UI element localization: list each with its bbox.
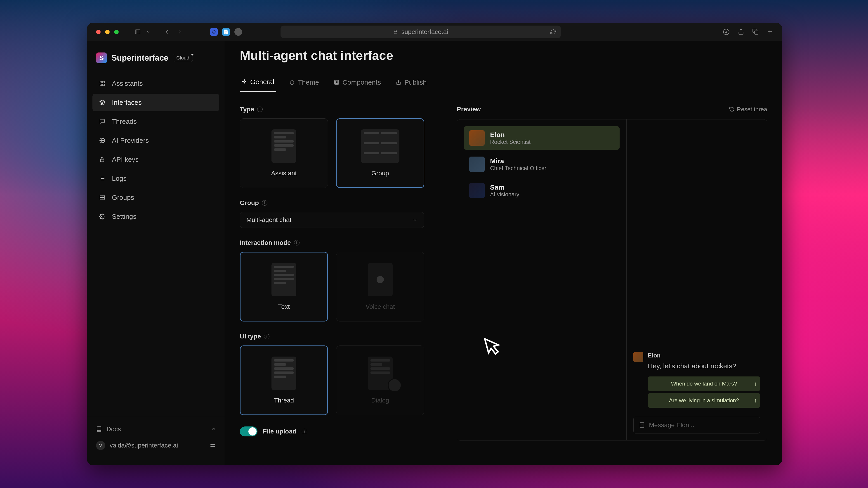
tab-theme[interactable]: Theme bbox=[287, 74, 321, 92]
preview-column: Preview Reset threa bbox=[457, 106, 767, 446]
sidebar-item-label: AI Providers bbox=[112, 137, 149, 144]
arrow-up-icon: ↑ bbox=[754, 380, 757, 387]
file-upload-row: File upload i bbox=[240, 427, 425, 436]
user-menu[interactable]: V vaida@superinterface.ai bbox=[96, 437, 216, 454]
upload-icon bbox=[396, 80, 401, 85]
gear-icon bbox=[99, 213, 105, 220]
agent-item-mira[interactable]: Mira Chief Technical Officer bbox=[464, 152, 620, 176]
sidebar-item-label: Threads bbox=[112, 118, 137, 125]
reset-thread-button[interactable]: Reset threa bbox=[729, 106, 767, 113]
chat-input[interactable]: Message Elon... bbox=[633, 417, 760, 433]
share-icon[interactable] bbox=[738, 29, 744, 35]
chat-message: Elon Hey, let's chat about rockets? bbox=[633, 352, 760, 371]
docs-link[interactable]: Docs bbox=[96, 422, 216, 437]
suggestion-chip[interactable]: When do we land on Mars? ↑ bbox=[648, 376, 760, 391]
interaction-option-text[interactable]: Text bbox=[240, 252, 328, 321]
sidebar-item-label: Groups bbox=[112, 194, 134, 201]
tab-label: Publish bbox=[404, 79, 427, 86]
browser-actions-right bbox=[723, 29, 773, 35]
attach-icon[interactable] bbox=[639, 422, 645, 428]
info-icon[interactable]: i bbox=[257, 107, 263, 112]
agent-name: Sam bbox=[490, 183, 519, 191]
plus-icon[interactable] bbox=[767, 29, 773, 35]
list-icon bbox=[99, 175, 105, 182]
tab-components[interactable]: Components bbox=[332, 74, 383, 92]
type-option-group[interactable]: Group bbox=[336, 118, 424, 188]
chevron-down-icon bbox=[412, 218, 417, 222]
file-upload-toggle[interactable] bbox=[240, 427, 257, 436]
card-label: Assistant bbox=[271, 170, 297, 177]
sidebar-toggle-icon[interactable] bbox=[134, 29, 141, 35]
svg-rect-34 bbox=[640, 423, 644, 428]
sidebar-item-assistants[interactable]: Assistants bbox=[92, 75, 219, 92]
back-button[interactable] bbox=[164, 29, 170, 35]
svg-rect-32 bbox=[336, 81, 338, 84]
address-bar[interactable]: superinterface.ai bbox=[281, 26, 561, 38]
sidebar-item-groups[interactable]: Groups bbox=[92, 189, 219, 206]
agent-item-sam[interactable]: Sam AI visionary bbox=[464, 179, 620, 202]
sidebar-item-interfaces[interactable]: Interfaces bbox=[92, 94, 219, 111]
chat-area: Elon Hey, let's chat about rockets? When… bbox=[627, 119, 767, 440]
browser-extensions: ① 📄 bbox=[210, 28, 242, 36]
toggle-label: File upload bbox=[263, 428, 296, 435]
agent-item-elon[interactable]: Elon Rocket Scientist bbox=[464, 126, 620, 150]
ui-type-option-dialog[interactable]: Dialog bbox=[336, 345, 424, 415]
group-select[interactable]: Multi-agent chat bbox=[240, 212, 424, 228]
avatar bbox=[633, 352, 643, 362]
maximize-window-button[interactable] bbox=[114, 30, 119, 34]
card-label: Text bbox=[278, 303, 289, 310]
extension-icon-2[interactable]: 📄 bbox=[222, 28, 230, 36]
svg-rect-31 bbox=[335, 80, 339, 84]
info-icon[interactable]: i bbox=[302, 429, 307, 434]
svg-rect-11 bbox=[100, 84, 102, 86]
chat-messages: Elon Hey, let's chat about rockets? When… bbox=[633, 126, 760, 417]
extension-icon-1[interactable]: ① bbox=[210, 28, 218, 36]
sidebar-item-label: API keys bbox=[112, 156, 138, 163]
grid-icon bbox=[99, 194, 105, 201]
copy-icon[interactable] bbox=[752, 29, 758, 35]
svg-marker-13 bbox=[100, 100, 105, 103]
svg-rect-2 bbox=[394, 32, 397, 34]
info-icon[interactable]: i bbox=[294, 240, 300, 246]
select-value: Multi-agent chat bbox=[246, 216, 291, 224]
chevron-down-icon[interactable] bbox=[146, 30, 150, 34]
type-option-assistant[interactable]: Assistant bbox=[240, 118, 328, 188]
agent-title: Chief Technical Officer bbox=[490, 165, 546, 171]
ui-type-option-thread[interactable]: Thread bbox=[240, 345, 328, 415]
lock-icon bbox=[393, 29, 398, 34]
sidebar-item-label: Interfaces bbox=[112, 98, 142, 106]
svg-rect-16 bbox=[100, 159, 104, 162]
agent-name: Mira bbox=[490, 157, 546, 165]
download-icon[interactable] bbox=[723, 29, 730, 35]
brand-logo: S bbox=[96, 53, 107, 63]
interaction-option-voice[interactable]: Voice chat bbox=[336, 252, 424, 321]
agent-title: AI visionary bbox=[490, 191, 519, 198]
suggestion-chip[interactable]: Are we living in a simulation? ↑ bbox=[648, 393, 760, 408]
apps-icon bbox=[99, 80, 105, 87]
nav-list: Assistants Interfaces Threads AI Provide… bbox=[87, 75, 225, 417]
info-icon[interactable]: i bbox=[262, 200, 268, 206]
sidebar-item-ai-providers[interactable]: AI Providers bbox=[92, 132, 219, 149]
tab-publish[interactable]: Publish bbox=[394, 74, 428, 92]
sidebar-item-api-keys[interactable]: API keys bbox=[92, 151, 219, 168]
sidebar-item-logs[interactable]: Logs bbox=[92, 170, 219, 187]
sidebar-item-threads[interactable]: Threads bbox=[92, 113, 219, 130]
msg-text: Hey, let's chat about rockets? bbox=[648, 361, 760, 371]
sidebar-item-label: Settings bbox=[112, 213, 136, 220]
book-icon bbox=[96, 426, 102, 432]
forward-button[interactable] bbox=[177, 29, 183, 35]
minimize-window-button[interactable] bbox=[105, 30, 110, 34]
extension-icon-3[interactable] bbox=[235, 28, 242, 36]
undo-icon bbox=[729, 107, 735, 112]
agent-name: Elon bbox=[490, 131, 530, 139]
close-window-button[interactable] bbox=[96, 30, 101, 34]
reload-icon[interactable] bbox=[550, 29, 556, 35]
brand-name: Superinterface bbox=[112, 53, 168, 63]
info-icon[interactable]: i bbox=[264, 334, 270, 339]
msg-author: Elon bbox=[648, 352, 760, 359]
suggestion-list: When do we land on Mars? ↑ Are we living… bbox=[648, 376, 760, 410]
sidebar-item-settings[interactable]: Settings bbox=[92, 208, 219, 225]
tab-general[interactable]: General bbox=[240, 74, 276, 92]
cloud-badge: Cloud bbox=[173, 54, 193, 62]
agent-title: Rocket Scientist bbox=[490, 139, 530, 145]
